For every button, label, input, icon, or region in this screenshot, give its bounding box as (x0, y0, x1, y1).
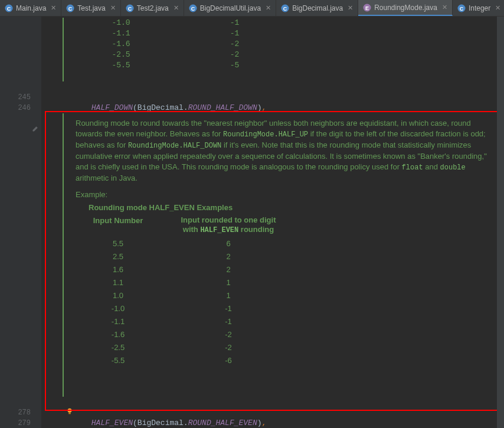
line-number: 245 (0, 92, 31, 103)
table-row: -2.5-2 (71, 50, 504, 60)
editor-tab[interactable]: CBigDecimal.java✕ (276, 0, 358, 16)
tab-label: Main.java (16, 4, 46, 12)
example-label: Example: (71, 190, 504, 200)
tab-label: BigDecimal.java (292, 4, 343, 12)
table-row: -1.6-2 (71, 39, 504, 50)
table-row: -1.0-1 (76, 302, 504, 315)
close-icon[interactable]: ✕ (110, 4, 116, 12)
editor-tab[interactable]: CMain.java✕ (0, 0, 61, 16)
close-icon[interactable]: ✕ (348, 4, 353, 12)
svg-rect-15 (68, 413, 71, 414)
svg-point-14 (68, 409, 72, 413)
half-even-table: 5.562.521.621.111.01-1.0-1-1.1-1-1.6-2-2… (71, 237, 504, 367)
editor-tab[interactable]: CInteger✕ (453, 0, 504, 16)
doc-indent-bar (63, 113, 64, 397)
line-number-gutter: 245 246 278 279 (0, 17, 41, 428)
table-row: -5.5-5 (71, 60, 504, 71)
table-row: 5.56 (76, 237, 504, 250)
close-icon[interactable]: ✕ (266, 4, 271, 12)
table-row: 2.52 (76, 250, 504, 263)
table-row: -2.5-2 (76, 341, 504, 354)
tab-label: Test.java (77, 4, 105, 12)
table-row: 1.62 (76, 263, 504, 276)
svg-text:C: C (127, 5, 132, 11)
enum-icon: E (363, 4, 371, 12)
svg-text:E: E (365, 5, 369, 11)
doc-indent-bar (63, 18, 64, 81)
code-content[interactable]: -1.0-1-1.1-1-1.6-2-2.5-2-5.5-5 HALF_DOWN… (41, 17, 504, 428)
close-icon[interactable]: ✕ (495, 4, 500, 12)
pencil-icon (32, 125, 39, 136)
table-row: -5.5-6 (76, 354, 504, 367)
close-icon[interactable]: ✕ (174, 4, 179, 12)
tab-label: BigDecimalUtil.java (200, 4, 261, 12)
enum-constant-half-down: HALF_DOWN(BigDecimal.ROUND_HALF_DOWN), (41, 92, 504, 103)
table-row: -1.6-2 (76, 328, 504, 341)
svg-text:C: C (68, 5, 73, 11)
table-row: 1.11 (76, 276, 504, 289)
tab-label: Integer (469, 4, 490, 12)
editor-tab[interactable]: CTest2.java✕ (121, 0, 184, 16)
editor-tab[interactable]: CTest.java✕ (61, 0, 120, 16)
svg-text:C: C (283, 5, 287, 11)
table-row: -1.1-1 (76, 315, 504, 328)
svg-text:C: C (191, 5, 195, 11)
intention-bulb-icon[interactable] (26, 397, 74, 428)
tab-label: RoundingMode.java (374, 4, 437, 12)
svg-text:C: C (7, 5, 11, 11)
table-row: -1.1-1 (71, 28, 504, 39)
class-icon: C (66, 4, 74, 12)
close-icon[interactable]: ✕ (442, 4, 447, 11)
editor-tab-bar: CMain.java✕CTest.java✕CTest2.java✕CBigDe… (0, 0, 504, 17)
line-number: 246 (0, 103, 31, 113)
enum-constant-half-even: HALF_EVEN(BigDecimal.ROUND_HALF_EVEN), (41, 397, 504, 407)
editor-tab[interactable]: CBigDecimalUtil.java✕ (184, 0, 276, 16)
half-down-table: -1.0-1-1.1-1-1.6-2-2.5-2-5.5-5 (63, 18, 504, 71)
table-header: Input Number Input rounded to one digit … (71, 215, 504, 235)
tab-label: Test2.java (137, 4, 169, 12)
scrollbar[interactable] (497, 17, 504, 428)
close-icon[interactable]: ✕ (51, 4, 56, 12)
svg-text:C: C (460, 5, 464, 11)
class-icon: C (5, 4, 13, 12)
javadoc-half-even: Rounding mode to round towards the "near… (63, 113, 504, 367)
class-icon: C (281, 4, 289, 12)
table-row: 1.01 (76, 289, 504, 302)
examples-title: Rounding mode HALF_EVEN Examples (71, 202, 504, 213)
editor-tab[interactable]: ERoundingMode.java✕ (358, 0, 453, 16)
table-row: -1.0-1 (71, 18, 504, 28)
class-icon: C (189, 4, 197, 12)
editor-area: 245 246 278 279 -1.0-1-1.1-1-1.6-2-2.5-2… (0, 17, 504, 428)
class-icon: C (457, 4, 466, 12)
class-icon: C (126, 4, 134, 12)
